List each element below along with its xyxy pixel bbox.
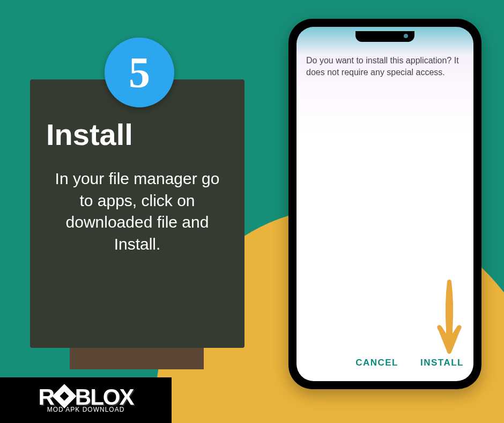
install-permission-message: Do you want to install this application?…	[306, 55, 464, 78]
brand-logo: RBLOX MOD APK DOWNLOAD	[0, 377, 172, 423]
phone-screen: Do you want to install this application?…	[297, 27, 473, 381]
step-number-badge: 5	[105, 38, 174, 107]
card-title: Install	[46, 117, 228, 152]
phone-mockup: Do you want to install this application?…	[288, 19, 481, 389]
instruction-card: Install In your file manager go to apps,…	[30, 79, 244, 348]
logo-subtext: MOD APK DOWNLOAD	[47, 406, 125, 413]
step-number: 5	[129, 48, 150, 97]
phone-notch	[355, 31, 414, 42]
cancel-button[interactable]: CANCEL	[351, 354, 403, 371]
arrow-down-icon	[433, 276, 465, 357]
phone-frame: Do you want to install this application?…	[288, 19, 481, 389]
card-description: In your file manager go to apps, click o…	[46, 168, 228, 255]
camera-dot-icon	[404, 34, 408, 38]
logo-square-icon	[52, 384, 76, 409]
logo-text: RBLOX	[38, 387, 133, 407]
